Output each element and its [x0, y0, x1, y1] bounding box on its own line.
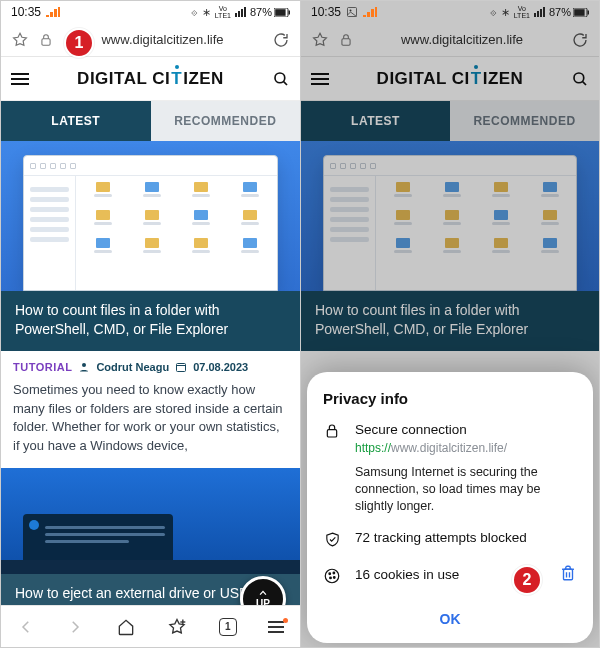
article-excerpt: Sometimes you need to know exactly how m…	[1, 379, 300, 468]
lock-icon[interactable]	[339, 32, 353, 48]
status-time: 10:35	[311, 5, 341, 19]
nav-menu-button[interactable]	[268, 621, 284, 633]
url-text[interactable]: www.digitalcitizen.life	[363, 32, 561, 47]
privacy-row-tracking: 72 tracking attempts blocked	[323, 529, 577, 549]
callout-badge-2: 2	[512, 565, 542, 595]
volte-icon: VoLTE1	[215, 5, 231, 19]
status-time: 10:35	[11, 5, 41, 19]
nav-tabcount-button[interactable]: 1	[219, 618, 237, 636]
article-title: How to count files in a folder with Powe…	[301, 291, 599, 351]
orange-stairs-icon	[363, 7, 377, 17]
article-tag[interactable]: TUTORIAL	[13, 361, 72, 373]
content-area: LATEST RECOMMENDED How to	[1, 101, 300, 605]
article-author[interactable]: Codrut Neagu	[96, 361, 169, 373]
url-bar: www.digitalcitizen.life	[301, 23, 599, 57]
svg-point-17	[333, 572, 335, 574]
notification-dot-icon	[283, 618, 288, 623]
tab-latest[interactable]: LATEST	[1, 101, 151, 141]
ok-button[interactable]: OK	[323, 601, 577, 633]
tab-latest[interactable]: LATEST	[301, 101, 450, 141]
svg-point-15	[325, 569, 339, 583]
star-outline-icon[interactable]	[311, 31, 329, 49]
tab-recommended[interactable]: RECOMMENDED	[450, 101, 599, 141]
svg-rect-11	[588, 10, 590, 14]
article-thumbnail	[301, 141, 599, 291]
site-header: DIGITAL CITIZEN	[1, 57, 300, 101]
url-bar: www.digitalcitizen.life	[1, 23, 300, 57]
privacy-sheet: Privacy info Secure connection https://w…	[307, 372, 593, 643]
svg-rect-1	[275, 9, 285, 16]
battery-indicator: 87%	[250, 6, 290, 18]
shield-icon	[323, 530, 341, 549]
reload-icon[interactable]	[272, 31, 290, 49]
browser-bottom-nav: 1	[1, 605, 300, 647]
person-icon	[78, 361, 90, 373]
chevron-up-icon	[256, 588, 270, 598]
svg-rect-14	[327, 430, 336, 437]
svg-point-18	[330, 577, 332, 579]
nav-forward-button[interactable]	[66, 618, 84, 636]
svg-rect-6	[177, 363, 186, 371]
secure-connection-title: Secure connection	[355, 421, 577, 439]
phone-right: 10:35 ⟐ ∗ VoLTE1 87%	[300, 1, 599, 647]
svg-rect-20	[564, 569, 573, 580]
lock-icon[interactable]	[39, 32, 53, 48]
signal-icon	[534, 7, 545, 17]
bluetooth-icon: ∗	[501, 6, 510, 19]
article-card[interactable]: How to count files in a folder with Powe…	[301, 141, 599, 351]
article-thumbnail	[1, 141, 300, 291]
svg-point-5	[82, 363, 86, 367]
calendar-icon	[175, 361, 187, 373]
svg-rect-2	[289, 10, 291, 14]
site-logo[interactable]: DIGITAL CITIZEN	[377, 69, 524, 89]
reload-icon[interactable]	[571, 31, 589, 49]
article-thumbnail	[1, 468, 300, 574]
signal-icon	[235, 7, 246, 17]
secure-connection-url: https://www.digitalcitizen.life/	[355, 440, 577, 456]
trash-icon	[559, 563, 577, 583]
hamburger-icon[interactable]	[311, 70, 329, 88]
status-bar: 10:35 ⟐ ∗ VoLTE1 87%	[1, 1, 300, 23]
svg-point-19	[333, 576, 335, 578]
volte-icon: VoLTE1	[514, 5, 530, 19]
svg-point-8	[350, 10, 352, 12]
star-outline-icon[interactable]	[11, 31, 29, 49]
cookie-icon	[323, 567, 341, 585]
content-tabs: LATEST RECOMMENDED	[301, 101, 599, 141]
battery-indicator: 87%	[549, 6, 589, 18]
search-icon[interactable]	[571, 70, 589, 88]
gallery-icon	[346, 6, 358, 18]
svg-rect-10	[574, 9, 584, 16]
search-icon[interactable]	[272, 70, 290, 88]
article-title: How to count files in a folder with Powe…	[1, 291, 300, 351]
article-date: 07.08.2023	[193, 361, 248, 373]
article-card[interactable]: UP How to eject an external drive or USB…	[1, 468, 300, 605]
svg-rect-3	[42, 38, 50, 44]
content-tabs: LATEST RECOMMENDED	[1, 101, 300, 141]
delete-cookies-button[interactable]	[559, 563, 577, 587]
site-header: DIGITAL CITIZEN	[301, 57, 599, 101]
lock-icon	[323, 422, 341, 440]
hamburger-icon[interactable]	[11, 70, 29, 88]
tracking-text: 72 tracking attempts blocked	[355, 529, 577, 547]
svg-point-16	[329, 572, 331, 574]
article-card[interactable]: How to count files in a folder with Powe…	[1, 141, 300, 468]
nav-back-button[interactable]	[17, 618, 35, 636]
nfc-icon: ⟐	[191, 6, 198, 18]
status-bar: 10:35 ⟐ ∗ VoLTE1 87%	[301, 1, 599, 23]
nav-bookmark-button[interactable]	[167, 617, 187, 637]
nav-home-button[interactable]	[116, 617, 136, 637]
privacy-heading: Privacy info	[323, 390, 577, 407]
svg-rect-12	[342, 38, 350, 44]
secure-connection-desc: Samsung Internet is securing the connect…	[355, 464, 577, 515]
article-meta: TUTORIAL Codrut Neagu 07.08.2023	[1, 351, 300, 379]
nfc-icon: ⟐	[490, 6, 497, 18]
svg-point-4	[275, 73, 285, 83]
phone-left: 10:35 ⟐ ∗ VoLTE1 87% www.digit	[1, 1, 300, 647]
privacy-row-secure: Secure connection https://www.digitalcit…	[323, 421, 577, 515]
bluetooth-icon: ∗	[202, 6, 211, 19]
orange-stairs-icon	[46, 7, 60, 17]
callout-badge-1: 1	[64, 28, 94, 58]
tab-recommended[interactable]: RECOMMENDED	[151, 101, 301, 141]
site-logo[interactable]: DIGITAL CITIZEN	[77, 69, 224, 89]
